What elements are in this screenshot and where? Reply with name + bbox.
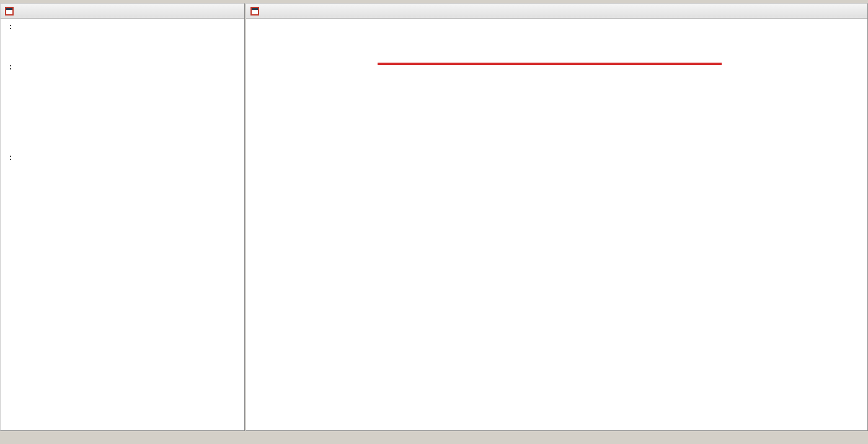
titlebar-right[interactable] xyxy=(246,4,867,19)
svg-rect-5 xyxy=(252,8,258,10)
code-editor[interactable]: : : : xyxy=(1,19,244,430)
lingo-model-window: : : : xyxy=(0,3,245,431)
report-content[interactable] xyxy=(246,19,867,430)
highlight-x-vars xyxy=(378,63,722,65)
solution-report-window xyxy=(246,3,868,431)
app-icon xyxy=(250,6,260,16)
svg-rect-2 xyxy=(6,8,12,10)
titlebar-left[interactable] xyxy=(1,4,244,19)
app-icon xyxy=(4,6,14,16)
